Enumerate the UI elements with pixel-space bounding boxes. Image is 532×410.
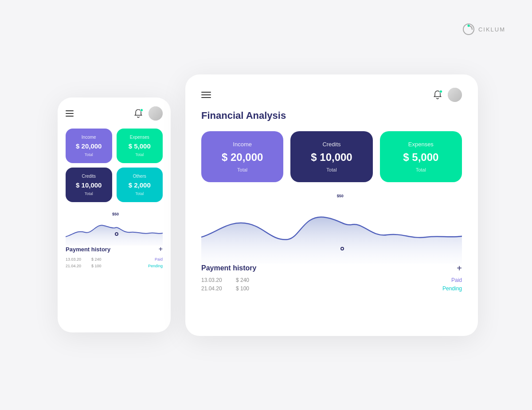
mobile-chart-tooltip: $50 bbox=[112, 212, 119, 216]
tablet-payment-history-header: Payment history + bbox=[201, 264, 462, 273]
mobile-payment-amount-1: $ 240 bbox=[91, 257, 155, 262]
mobile-stat-income: Income $ 20,000 Total bbox=[66, 129, 112, 163]
mobile-payment-history-title: Payment history bbox=[66, 246, 110, 253]
tablet-payment-date-1: 13.03.20 bbox=[201, 277, 232, 283]
mobile-notification-dot bbox=[140, 109, 143, 112]
mobile-header-right bbox=[133, 106, 163, 121]
tablet-stats-row: Income $ 20,000 Total Credits $ 10,000 T… bbox=[201, 131, 462, 182]
mobile-payment-date-2: 21.04.20 bbox=[66, 264, 88, 268]
mobile-bell-icon[interactable] bbox=[133, 109, 143, 118]
tablet-chart-tooltip: $50 bbox=[337, 194, 344, 198]
tablet-payment-history: Payment history + 13.03.20 $ 240 Paid 21… bbox=[201, 264, 462, 292]
tablet-header bbox=[201, 88, 462, 102]
tablet-header-right bbox=[433, 88, 462, 102]
tablet-add-payment-button[interactable]: + bbox=[457, 264, 462, 273]
tablet-payment-row-2: 21.04.20 $ 100 Pending bbox=[201, 285, 462, 292]
mobile-avatar bbox=[149, 106, 163, 121]
tablet-chart: $50 bbox=[201, 193, 462, 264]
tablet-payment-date-2: 21.04.20 bbox=[201, 285, 232, 292]
tablet-chart-dot bbox=[340, 247, 344, 250]
tablet-stat-income: Income $ 20,000 Total bbox=[201, 131, 283, 182]
tablet-payment-amount-1: $ 240 bbox=[236, 277, 451, 283]
tablet-menu-icon[interactable] bbox=[201, 92, 211, 98]
tablet-notification-dot bbox=[439, 90, 442, 93]
page-title: Financial Analysis bbox=[201, 110, 462, 121]
mobile-card: Income $ 20,000 Total Expenses $ 5,000 T… bbox=[58, 98, 171, 332]
mobile-payment-history-header: Payment history + bbox=[66, 246, 163, 253]
tablet-bell-icon[interactable] bbox=[433, 90, 442, 100]
tablet-stat-expenses: Expenses $ 5,000 Total bbox=[380, 131, 462, 182]
mobile-payment-status-2: Pending bbox=[148, 264, 163, 268]
tablet-payment-history-title: Payment history bbox=[201, 264, 256, 272]
tablet-card: Financial Analysis Income $ 20,000 Total… bbox=[185, 74, 478, 336]
tablet-payment-status-2: Pending bbox=[442, 285, 462, 292]
mobile-payment-date-1: 13.03.20 bbox=[66, 257, 88, 262]
mobile-payment-row-1: 13.03.20 $ 240 Paid bbox=[66, 257, 163, 262]
mobile-stat-others: Others $ 2,000 Total bbox=[117, 168, 163, 202]
svg-point-1 bbox=[467, 25, 469, 27]
mobile-stat-expenses: Expenses $ 5,000 Total bbox=[117, 129, 163, 163]
mobile-payment-amount-2: $ 100 bbox=[91, 264, 148, 268]
mobile-chart: $50 bbox=[66, 210, 163, 246]
mobile-payment-history: Payment history + 13.03.20 $ 240 Paid 21… bbox=[66, 246, 163, 268]
tablet-payment-row-1: 13.03.20 $ 240 Paid bbox=[201, 277, 462, 283]
mobile-payment-row-2: 21.04.20 $ 100 Pending bbox=[66, 264, 163, 268]
mobile-stats-grid: Income $ 20,000 Total Expenses $ 5,000 T… bbox=[66, 129, 163, 202]
mobile-header bbox=[66, 106, 163, 121]
tablet-payment-amount-2: $ 100 bbox=[236, 285, 442, 292]
tablet-chart-svg bbox=[201, 193, 462, 264]
tablet-payment-status-1: Paid bbox=[451, 277, 462, 283]
mobile-stat-credits: Credits $ 10,000 Total bbox=[66, 168, 112, 202]
tablet-avatar bbox=[448, 88, 462, 102]
ciklum-logo: CIKLUM bbox=[462, 23, 505, 35]
mobile-payment-status-1: Paid bbox=[155, 257, 163, 262]
ciklum-brand-name: CIKLUM bbox=[478, 26, 505, 33]
mobile-add-payment-button[interactable]: + bbox=[159, 246, 163, 253]
tablet-stat-credits: Credits $ 10,000 Total bbox=[290, 131, 372, 182]
mobile-menu-icon[interactable] bbox=[66, 110, 74, 117]
ciklum-logo-icon bbox=[462, 23, 475, 35]
